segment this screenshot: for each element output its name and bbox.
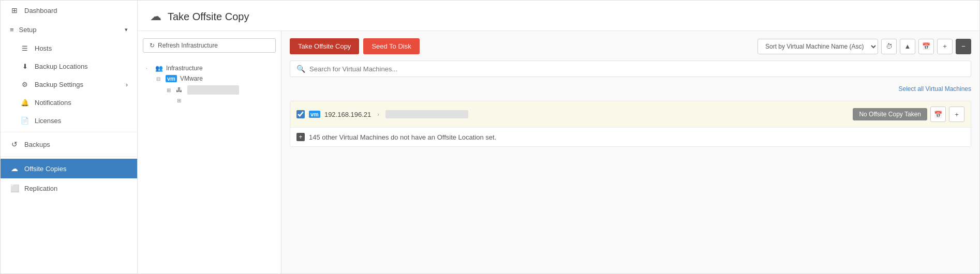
setup-subitems: ☰ Hosts ⬇ Backup Locations ⚙ Backup Sett…: [1, 39, 137, 130]
minus-icon: −: [961, 42, 966, 50]
dashboard-icon: ⊞: [10, 6, 19, 14]
tree-children: ⊟ vm VMware ⊞ 🖧: [155, 73, 274, 105]
expand-other-vms-button[interactable]: +: [296, 133, 305, 141]
backup-locations-icon: ⬇: [20, 63, 29, 70]
tree-node-vm1-child[interactable]: ⊞: [176, 96, 274, 105]
seed-to-disk-label: Seed To Disk: [372, 42, 411, 50]
sidebar-item-label: Dashboard: [24, 7, 57, 14]
search-input[interactable]: [309, 65, 964, 73]
vm-ip: 192.168.196.21: [324, 111, 371, 118]
vmware-icon: vm: [166, 75, 177, 82]
sidebar-item-label: Backup Locations: [35, 63, 88, 70]
no-offsite-copy-button[interactable]: No Offsite Copy Taken: [853, 108, 927, 120]
sidebar-item-label: Notifications: [35, 99, 71, 106]
refresh-icon: ↻: [150, 42, 155, 49]
expand-icon: ⊞: [167, 87, 173, 93]
vm-actions: No Offsite Copy Taken 📅 +: [853, 106, 964, 122]
sidebar-item-label: Backups: [24, 141, 50, 148]
sidebar-item-dashboard[interactable]: ⊞ Dashboard: [1, 1, 137, 20]
plus-icon: +: [955, 111, 959, 118]
offsite-copies-icon: ☁: [10, 164, 19, 173]
chevron-right-icon: ›: [126, 81, 128, 88]
hosts-icon: ☰: [20, 44, 29, 52]
tree-children-vm1: ⊞: [176, 96, 274, 105]
take-offsite-copy-button[interactable]: Take Offsite Copy: [290, 38, 359, 54]
add-button[interactable]: +: [937, 39, 953, 54]
clock-button[interactable]: ⏱: [881, 39, 897, 54]
collapse-button[interactable]: −: [956, 39, 971, 54]
vm-list: vm 192.168.196.21 › No Offsite Copy Take…: [290, 101, 971, 147]
select-all-row: Select all Virtual Machines: [290, 83, 971, 95]
sidebar-item-label: Backup Settings: [35, 81, 83, 88]
sidebar-item-label: Setup: [19, 26, 37, 34]
clock-icon: ⏱: [886, 42, 893, 50]
divider: [1, 132, 137, 132]
chevron-down-icon: ▾: [125, 26, 128, 33]
infrastructure-tree: · 👥 Infrastructure ⊟ vm VMware: [143, 59, 276, 109]
vm-chevron-icon: ›: [377, 111, 379, 117]
tree-children-vmware: ⊞ 🖧 ⊞: [166, 84, 274, 105]
calendar-button[interactable]: 📅: [918, 39, 934, 54]
tree-node-vm1[interactable]: ⊞ 🖧: [166, 84, 274, 96]
replication-icon: ⬜: [10, 184, 19, 192]
seed-to-disk-button[interactable]: Seed To Disk: [363, 38, 419, 54]
plus-icon: +: [299, 133, 302, 141]
other-vms-row: + 145 other Virtual Machines do not have…: [290, 128, 971, 146]
sidebar-item-label: Offsite Copies: [24, 165, 66, 173]
page-header-icon: ☁: [150, 10, 161, 23]
sidebar-item-notifications[interactable]: 🔔 Notifications: [1, 94, 137, 112]
backups-icon: ↺: [10, 140, 19, 148]
page-title: Take Offsite Copy: [168, 11, 249, 23]
expand-icon: ·: [146, 66, 152, 71]
main-content: ☁ Take Offsite Copy ↻ Refresh Infrastruc…: [138, 1, 979, 273]
content-area: ↻ Refresh Infrastructure · 👥 Infrastruct…: [138, 31, 979, 273]
vm-row: vm 192.168.196.21 › No Offsite Copy Take…: [290, 101, 971, 128]
vm-calendar-button[interactable]: 📅: [930, 106, 946, 122]
licenses-icon: 📄: [20, 117, 29, 125]
expand-icon: ⊟: [156, 76, 162, 82]
sidebar-item-replication[interactable]: ⬜ Replication: [1, 178, 137, 198]
backup-settings-icon: ⚙: [20, 81, 29, 88]
sidebar-item-backups[interactable]: ↺ Backups: [1, 134, 137, 154]
toolbar: Take Offsite Copy Seed To Disk Sort by V…: [290, 38, 971, 54]
alert-button[interactable]: ▲: [900, 39, 915, 54]
page-header: ☁ Take Offsite Copy: [138, 1, 979, 31]
search-icon: 🔍: [296, 65, 305, 73]
sidebar-item-backup-settings[interactable]: ⚙ Backup Settings ›: [1, 75, 137, 94]
vm-name-placeholder: [187, 85, 239, 95]
tree-node-infrastructure: · 👥 Infrastructure: [145, 63, 274, 73]
toolbar-right: Sort by Virtual Machine Name (Asc) ⏱ ▲ 📅: [758, 39, 971, 54]
sort-dropdown[interactable]: Sort by Virtual Machine Name (Asc): [758, 39, 878, 54]
plus-icon: +: [943, 42, 947, 50]
vm-icon: vm: [309, 111, 320, 118]
sidebar-item-hosts[interactable]: ☰ Hosts: [1, 39, 137, 57]
select-all-link[interactable]: Select all Virtual Machines: [898, 85, 971, 93]
divider2: [1, 156, 137, 157]
take-offsite-copy-label: Take Offsite Copy: [298, 42, 351, 50]
sidebar-item-label: Replication: [24, 185, 57, 192]
sidebar-item-label: Licenses: [35, 117, 61, 125]
tree-node-label: VMware: [180, 75, 203, 82]
search-bar[interactable]: 🔍: [290, 60, 971, 77]
refresh-infrastructure-button[interactable]: ↻ Refresh Infrastructure: [143, 38, 276, 53]
refresh-label: Refresh Infrastructure: [158, 42, 218, 49]
other-vms-text: 145 other Virtual Machines do not have a…: [309, 133, 496, 141]
sidebar: ⊞ Dashboard ≡ Setup ▾ ☰ Hosts ⬇ Backup L…: [1, 1, 138, 273]
vm-add-button[interactable]: +: [949, 106, 964, 122]
sidebar-item-offsite-copies[interactable]: ☁ Offsite Copies: [1, 159, 137, 178]
sidebar-item-licenses[interactable]: 📄 Licenses: [1, 112, 137, 130]
sidebar-item-label: Hosts: [35, 44, 52, 52]
tree-node-vmware[interactable]: ⊟ vm VMware: [155, 73, 274, 84]
infrastructure-icon: 👥: [155, 65, 163, 72]
vm-node-icon: 🖧: [176, 86, 182, 94]
setup-icon: ≡: [10, 26, 14, 34]
vm-name-box: [385, 110, 468, 118]
sidebar-item-backup-locations[interactable]: ⬇ Backup Locations: [1, 57, 137, 75]
calendar-icon: 📅: [922, 42, 930, 50]
vm-checkbox[interactable]: [296, 110, 305, 118]
expand-icon: ⊞: [177, 98, 183, 103]
calendar-icon: 📅: [934, 111, 942, 118]
sidebar-item-setup[interactable]: ≡ Setup ▾: [1, 20, 137, 39]
tree-node-label: Infrastructure: [166, 65, 203, 72]
notifications-icon: 🔔: [20, 99, 29, 106]
